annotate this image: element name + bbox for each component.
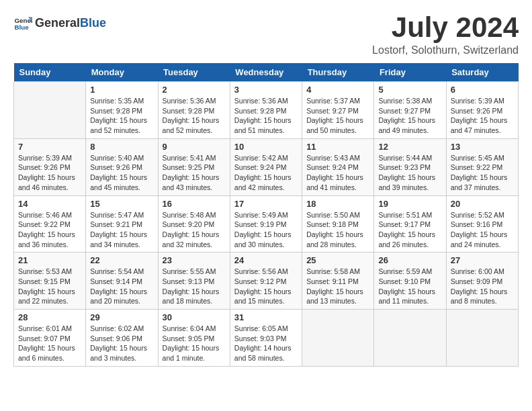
day-number: 21 [18,255,81,265]
weekday-header-thursday: Thursday [302,63,374,82]
calendar-cell: 4Sunrise: 5:37 AM Sunset: 9:27 PM Daylig… [302,82,374,139]
calendar-cell: 15Sunrise: 5:47 AM Sunset: 9:21 PM Dayli… [86,195,158,253]
calendar-cell: 28Sunrise: 6:01 AM Sunset: 9:07 PM Dayli… [14,310,86,367]
day-info: Sunrise: 5:56 AM Sunset: 9:12 PM Dayligh… [234,267,298,306]
calendar-cell: 30Sunrise: 6:04 AM Sunset: 9:05 PM Dayli… [158,310,230,367]
title-area: July 2024 Lostorf, Solothurn, Switzerlan… [372,13,519,56]
day-info: Sunrise: 6:00 AM Sunset: 9:09 PM Dayligh… [451,267,514,306]
calendar: SundayMondayTuesdayWednesdayThursdayFrid… [13,63,519,367]
calendar-cell: 19Sunrise: 5:51 AM Sunset: 9:17 PM Dayli… [374,195,446,253]
weekday-header-monday: Monday [86,63,158,82]
day-info: Sunrise: 5:51 AM Sunset: 9:17 PM Dayligh… [378,210,441,250]
day-info: Sunrise: 6:04 AM Sunset: 9:05 PM Dayligh… [163,324,226,363]
day-number: 5 [378,85,441,95]
calendar-cell: 9Sunrise: 5:41 AM Sunset: 9:25 PM Daylig… [158,138,230,195]
calendar-cell: 20Sunrise: 5:52 AM Sunset: 9:16 PM Dayli… [446,195,518,253]
day-number: 10 [234,142,298,152]
day-number: 31 [234,312,298,322]
header: General Blue GeneralBlue July 2024 Losto… [13,13,519,56]
day-info: Sunrise: 5:47 AM Sunset: 9:21 PM Dayligh… [90,210,153,250]
calendar-cell: 6Sunrise: 5:39 AM Sunset: 9:26 PM Daylig… [446,82,518,139]
day-number: 20 [451,199,514,209]
calendar-cell: 7Sunrise: 5:39 AM Sunset: 9:26 PM Daylig… [14,138,86,195]
day-number: 15 [90,199,153,209]
day-info: Sunrise: 5:39 AM Sunset: 9:26 PM Dayligh… [18,153,81,193]
week-row-1: 1Sunrise: 5:35 AM Sunset: 9:28 PM Daylig… [14,82,519,139]
day-number: 7 [18,142,81,152]
day-number: 18 [306,199,369,209]
week-row-4: 21Sunrise: 5:53 AM Sunset: 9:15 PM Dayli… [14,253,519,310]
calendar-cell: 18Sunrise: 5:50 AM Sunset: 9:18 PM Dayli… [302,195,374,253]
calendar-cell: 1Sunrise: 5:35 AM Sunset: 9:28 PM Daylig… [86,82,158,139]
calendar-cell: 26Sunrise: 5:59 AM Sunset: 9:10 PM Dayli… [374,253,446,310]
day-info: Sunrise: 5:59 AM Sunset: 9:10 PM Dayligh… [378,267,441,306]
day-number: 16 [163,199,226,209]
day-info: Sunrise: 5:39 AM Sunset: 9:26 PM Dayligh… [451,96,514,136]
day-info: Sunrise: 5:55 AM Sunset: 9:13 PM Dayligh… [163,267,226,306]
weekday-header-friday: Friday [374,63,446,82]
day-info: Sunrise: 5:52 AM Sunset: 9:16 PM Dayligh… [451,210,514,250]
calendar-cell: 3Sunrise: 5:36 AM Sunset: 9:28 PM Daylig… [230,82,302,139]
calendar-cell: 17Sunrise: 5:49 AM Sunset: 9:19 PM Dayli… [230,195,302,253]
location-title: Lostorf, Solothurn, Switzerland [372,44,519,56]
day-number: 23 [163,255,226,265]
weekday-header-saturday: Saturday [446,63,518,82]
logo-text: GeneralBlue [35,16,106,30]
day-info: Sunrise: 5:35 AM Sunset: 9:28 PM Dayligh… [90,96,153,136]
day-info: Sunrise: 5:44 AM Sunset: 9:23 PM Dayligh… [378,153,441,193]
logo-general: General [35,16,80,30]
day-info: Sunrise: 5:38 AM Sunset: 9:27 PM Dayligh… [378,96,441,136]
day-info: Sunrise: 6:05 AM Sunset: 9:03 PM Dayligh… [234,324,298,363]
calendar-cell: 23Sunrise: 5:55 AM Sunset: 9:13 PM Dayli… [158,253,230,310]
weekday-header-row: SundayMondayTuesdayWednesdayThursdayFrid… [14,63,519,82]
day-info: Sunrise: 5:36 AM Sunset: 9:28 PM Dayligh… [163,96,226,136]
day-number: 2 [163,85,226,95]
day-number: 27 [451,255,514,265]
calendar-cell: 2Sunrise: 5:36 AM Sunset: 9:28 PM Daylig… [158,82,230,139]
day-number: 11 [306,142,369,152]
calendar-cell [302,310,374,367]
day-number: 29 [90,312,153,322]
calendar-cell: 14Sunrise: 5:46 AM Sunset: 9:22 PM Dayli… [14,195,86,253]
day-info: Sunrise: 5:48 AM Sunset: 9:20 PM Dayligh… [163,210,226,250]
day-info: Sunrise: 5:40 AM Sunset: 9:26 PM Dayligh… [90,153,153,193]
svg-text:Blue: Blue [14,24,29,31]
day-number: 14 [18,199,81,209]
logo: General Blue GeneralBlue [13,13,106,32]
day-number: 17 [234,199,298,209]
calendar-cell: 8Sunrise: 5:40 AM Sunset: 9:26 PM Daylig… [86,138,158,195]
day-info: Sunrise: 5:37 AM Sunset: 9:27 PM Dayligh… [306,96,369,136]
day-info: Sunrise: 6:01 AM Sunset: 9:07 PM Dayligh… [18,324,81,363]
logo-blue: Blue [80,16,106,30]
week-row-2: 7Sunrise: 5:39 AM Sunset: 9:26 PM Daylig… [14,138,519,195]
week-row-5: 28Sunrise: 6:01 AM Sunset: 9:07 PM Dayli… [14,310,519,367]
day-info: Sunrise: 5:42 AM Sunset: 9:24 PM Dayligh… [234,153,298,193]
day-info: Sunrise: 5:54 AM Sunset: 9:14 PM Dayligh… [90,267,153,306]
day-number: 9 [163,142,226,152]
day-info: Sunrise: 5:58 AM Sunset: 9:11 PM Dayligh… [306,267,369,306]
day-info: Sunrise: 5:41 AM Sunset: 9:25 PM Dayligh… [163,153,226,193]
day-info: Sunrise: 5:36 AM Sunset: 9:28 PM Dayligh… [234,96,298,136]
day-info: Sunrise: 5:45 AM Sunset: 9:22 PM Dayligh… [451,153,514,193]
calendar-cell: 13Sunrise: 5:45 AM Sunset: 9:22 PM Dayli… [446,138,518,195]
day-number: 22 [90,255,153,265]
day-number: 8 [90,142,153,152]
calendar-cell: 5Sunrise: 5:38 AM Sunset: 9:27 PM Daylig… [374,82,446,139]
day-info: Sunrise: 5:49 AM Sunset: 9:19 PM Dayligh… [234,210,298,250]
calendar-cell: 25Sunrise: 5:58 AM Sunset: 9:11 PM Dayli… [302,253,374,310]
calendar-cell: 10Sunrise: 5:42 AM Sunset: 9:24 PM Dayli… [230,138,302,195]
day-info: Sunrise: 5:50 AM Sunset: 9:18 PM Dayligh… [306,210,369,250]
calendar-cell: 11Sunrise: 5:43 AM Sunset: 9:24 PM Dayli… [302,138,374,195]
day-number: 28 [18,312,81,322]
calendar-cell [374,310,446,367]
day-number: 13 [451,142,514,152]
calendar-cell: 12Sunrise: 5:44 AM Sunset: 9:23 PM Dayli… [374,138,446,195]
day-number: 25 [306,255,369,265]
calendar-cell [446,310,518,367]
day-info: Sunrise: 5:53 AM Sunset: 9:15 PM Dayligh… [18,267,81,306]
day-number: 30 [163,312,226,322]
day-number: 19 [378,199,441,209]
calendar-cell: 24Sunrise: 5:56 AM Sunset: 9:12 PM Dayli… [230,253,302,310]
calendar-cell: 29Sunrise: 6:02 AM Sunset: 9:06 PM Dayli… [86,310,158,367]
weekday-header-tuesday: Tuesday [158,63,230,82]
